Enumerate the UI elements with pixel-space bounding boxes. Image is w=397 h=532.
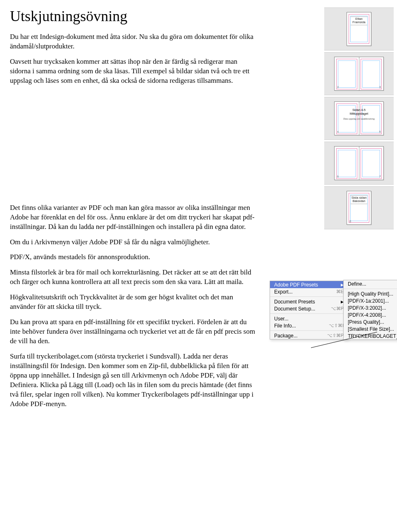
page-number: 4 (337, 130, 339, 133)
submenu-item-pdfx4[interactable]: [PDF/X-4:2008]... (344, 311, 397, 318)
page-title: Utskjutningsövning (10, 7, 258, 25)
page-thumbnail-8: Sista sidan Baksidan 8 (347, 191, 371, 225)
menu-item-document-presets[interactable]: Document Presets ▶ (270, 298, 348, 305)
paragraph: Du kan prova att spara en pdf-inställnin… (10, 318, 258, 346)
svg-line-0 (311, 332, 377, 348)
menu-item-adobe-pdf-presets[interactable]: Adobe PDF Presets ▶ (270, 281, 348, 288)
submenu-arrow-icon: ▶ (334, 283, 344, 287)
page-number: 7 (379, 175, 381, 178)
document-page: Utskjutningsövning Du har ett Indesign-d… (0, 0, 397, 431)
menu-label: Package... (274, 333, 298, 339)
thumb-label: Sidan 4-5 Mittuppslaget (339, 108, 379, 116)
page-number: 6 (337, 175, 339, 178)
menu-separator (270, 296, 348, 297)
paragraph: Om du i Arkivmenyn väljer Adobe PDF så f… (10, 238, 258, 247)
page-number: 2 (337, 86, 339, 89)
menu-item-export[interactable]: Export... ⌘E (270, 288, 348, 295)
paragraph: Surfa till tryckeribolaget.com (största … (10, 352, 258, 409)
page-number: 8 (349, 220, 351, 223)
file-menu-screenshot: Adobe PDF Presets ▶ Export... ⌘E Documen… (270, 281, 394, 339)
submenu-item-pdfx3[interactable]: [PDF/X-3:2002]... (344, 304, 397, 311)
thumb-label: Sista sidan Baksidan (350, 195, 368, 204)
vertical-spacer (270, 231, 394, 281)
paragraph: Det finns olika varianter av PDF och man… (10, 203, 258, 232)
paragraph: Högkvalitetsutskrift och Tryckkvalitet ä… (10, 293, 258, 312)
vertical-spacer (10, 91, 258, 203)
submenu-item-high-quality[interactable]: [High Quality Print]... (344, 290, 397, 297)
menu-label: Document Presets (274, 299, 315, 305)
submenu-item-pdfx1a[interactable]: [PDF/X-1a:2001]... (344, 297, 397, 304)
menu-label: Export... (274, 289, 293, 295)
side-column: Ettan Framsida 2 3 (270, 7, 394, 339)
page-thumb-row-6-7: 6 7 (324, 142, 394, 185)
menu-separator (344, 289, 397, 289)
indesign-pages-panel: Ettan Framsida 2 3 (324, 7, 394, 231)
menu-shortcut: ⌘E (329, 289, 344, 294)
adobe-pdf-presets-submenu: Define... [High Quality Print]... [PDF/X… (343, 280, 397, 340)
menu-separator (270, 313, 348, 314)
page-number: 5 (379, 130, 381, 133)
two-column-layout: Utskjutningsövning Du har ett Indesign-d… (10, 7, 387, 415)
paragraph: Minsta filstorlek är bra för mail och ko… (10, 268, 258, 287)
page-number: 3 (379, 86, 381, 89)
submenu-item-define[interactable]: Define... (344, 280, 397, 287)
spread-6-7: 6 7 (334, 146, 384, 180)
paragraph: Oavsett hur trycksaken kommer att sättas… (10, 57, 258, 86)
page-thumb-row-2-3: 2 3 (324, 52, 394, 95)
spread-divider (359, 147, 359, 180)
submenu-item-press-quality[interactable]: [Press Quality]... (344, 318, 397, 325)
menu-item-document-setup[interactable]: Document Setup... ⌥⌘P (270, 305, 348, 312)
file-menu: Adobe PDF Presets ▶ Export... ⌘E Documen… (270, 281, 348, 339)
menu-item-file-info[interactable]: File Info... ⌥⇧⌘I (270, 322, 348, 329)
main-text-column: Utskjutningsövning Du har ett Indesign-d… (10, 7, 258, 415)
menu-label: Adobe PDF Presets (274, 282, 318, 288)
menu-label: File Info... (274, 323, 296, 329)
menu-separator (270, 330, 348, 331)
callout-arrow (311, 332, 373, 332)
spread-divider (359, 57, 359, 90)
thumb-sublabel: Äkta uppslag vid sadelbindning (338, 118, 380, 120)
spread-4-5: Sidan 4-5 Mittuppslaget Äkta uppslag vid… (334, 101, 384, 135)
page-thumbnail-1: Ettan Framsida (347, 12, 371, 46)
submenu-item-smallest[interactable]: [Smallest File Size]... (344, 325, 397, 332)
paragraph: Du har ett Indesign-dokument med åtta si… (10, 32, 258, 51)
submenu-arrow-icon: ▶ (334, 300, 344, 304)
page-thumb-row-1: Ettan Framsida (324, 7, 394, 51)
menu-shortcut: ⌥⇧⌘I (321, 323, 344, 328)
thumb-label: Ettan Framsida (350, 17, 368, 25)
menu-label: Document Setup... (274, 306, 315, 312)
menu-label: User... (274, 316, 289, 322)
menu-shortcut: ⌥⌘P (323, 306, 344, 311)
page-thumb-row-4-5: Sidan 4-5 Mittuppslaget Äkta uppslag vid… (324, 97, 394, 140)
menu-item-user[interactable]: User... (270, 315, 348, 322)
spread-2-3: 2 3 (334, 57, 384, 91)
page-thumb-row-8: Sista sidan Baksidan 8 (324, 186, 394, 229)
paragraph: PDF/X, används mestadels för annonsprodu… (10, 253, 258, 262)
